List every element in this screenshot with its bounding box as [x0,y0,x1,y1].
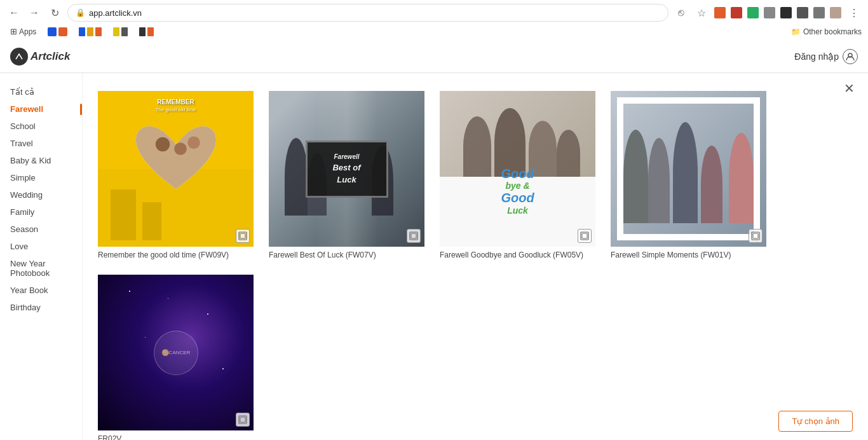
url-text: app.artclick.vn [89,8,142,18]
header-right: Đăng nhập [794,49,858,64]
gallery-item-info-fw07v: Farewell Best Of Luck (FW07V) [269,251,424,259]
sidebar-item-wedding[interactable]: Wedding [0,186,82,203]
other-bookmarks[interactable]: 📁 Other bookmarks [791,27,862,36]
tuchon-anh-button[interactable]: Tự chọn ảnh [778,411,853,432]
gallery-item-fw07v[interactable]: Farewell Best ofLuck Farewell Best Of Lu… [269,91,424,259]
bottom-bar: Tự chọn ảnh [778,411,853,432]
address-bar[interactable]: 🔒 app.artclick.vn [67,4,668,22]
gallery-item-name-fw07v: Farewell Best Of Luck (FW07V) [269,251,424,259]
sidebar-label-new-year: New Year Photobook [10,259,72,278]
gallery-grid: REMEMBERThe good old time Remember the g… [98,86,853,440]
sidebar-label-simple: Simple [10,173,36,182]
preview-icon-fw09v[interactable] [236,229,250,243]
bm-color-1b [58,27,67,36]
sidebar-label-season: Season [10,224,38,234]
sidebar-item-year-book[interactable]: Year Book [0,282,82,299]
gallery-img-wrap-fw01v [611,91,766,247]
bm-color-3b [121,27,128,36]
gallery-item-info-fw05v: Farewell Goodbye and Goodluck (FW05V) [440,251,595,259]
gallery-item-info-fw01v: Farewell Simple Moments (FW01V) [611,251,766,259]
svg-point-5 [187,136,200,149]
menu-button[interactable]: ⋮ [846,5,862,20]
gallery-img-wrap-fw05v: Good bye & Good Luck [440,91,595,247]
forward-button[interactable]: → [27,5,42,20]
sidebar-label-family: Family [10,207,34,217]
sidebar-item-new-year[interactable]: New Year Photobook [0,255,82,282]
gallery-item-name-fr02v: FR02V [98,434,254,440]
share-icon: ⎋ [678,7,684,18]
ext-icon-1[interactable] [714,7,726,18]
bookmarks-bar: ⊞ Apps 📁 Other bookmarks [0,25,868,40]
ext-icon-5[interactable] [780,7,792,18]
ext-icon-4[interactable] [764,7,775,18]
sidebar-label-birthday: Birthday [10,303,41,312]
svg-rect-11 [582,233,587,238]
share-button[interactable]: ⎋ [674,5,689,20]
sidebar-label-baby-kid: Baby & Kid [10,156,51,165]
ext-icon-2[interactable] [731,7,742,18]
reload-button[interactable]: ↻ [47,5,62,20]
browser-toolbar: ← → ↻ 🔒 app.artclick.vn ⎋ ☆ ⋮ [0,0,868,25]
sidebar-label-year-book: Year Book [10,285,48,295]
gallery-img-wrap-fw07v: Farewell Best ofLuck [269,91,424,247]
ext-icon-6[interactable] [797,7,808,18]
bookmark-3[interactable] [109,26,132,38]
gallery-img-wrap-fw09v: REMEMBERThe good old time [98,91,254,247]
sidebar-item-birthday[interactable]: Birthday [0,299,82,316]
gallery-item-fw05v[interactable]: Good bye & Good Luck Farewell Goodbye an… [440,91,595,259]
bm-color-2c [95,27,102,36]
bookmark-1[interactable] [44,26,71,38]
preview-icon-fw07v[interactable] [407,229,421,243]
gallery-item-info-fr02v: FR02V Friend, Cancer Horos [98,434,254,440]
preview-icon-fw05v[interactable] [578,229,592,243]
sidebar-item-family[interactable]: Family [0,203,82,221]
bm-color-1a [48,27,57,36]
svg-rect-9 [411,233,416,238]
gallery-item-fw01v[interactable]: Farewell Simple Moments (FW01V) [611,91,766,259]
gallery-area: ✕ [83,73,868,440]
bookmark-4[interactable] [135,26,158,38]
back-button[interactable]: ← [6,5,22,20]
sidebar-item-school[interactable]: School [0,118,82,135]
ext-icon-8[interactable] [830,7,841,18]
logo[interactable]: Artclick [10,48,70,65]
main-content: Tất cả Farewell School Travel Baby & Kid… [0,73,868,440]
menu-icon: ⋮ [849,7,859,19]
bookmark-2[interactable] [75,26,105,38]
bm-color-2b [87,27,93,36]
sidebar-item-tatca[interactable]: Tất cả [0,83,82,100]
svg-rect-15 [240,417,245,422]
gallery-item-name-fw05v: Farewell Goodbye and Goodluck (FW05V) [440,251,595,259]
user-avatar-icon [843,49,858,64]
sidebar-item-love[interactable]: Love [0,238,82,255]
bookmark-button[interactable]: ☆ [694,5,709,20]
bm-color-3a [113,27,119,36]
apps-icon: ⊞ [10,27,17,36]
back-icon: ← [9,7,19,18]
sidebar-item-travel[interactable]: Travel [0,135,82,152]
svg-point-4 [174,142,187,155]
svg-point-0 [13,51,25,62]
lock-icon: 🔒 [76,8,85,17]
star-icon: ☆ [697,7,706,19]
gallery-item-fw09v[interactable]: REMEMBERThe good old time Remember the g… [98,91,254,259]
close-button[interactable]: ✕ [840,79,858,97]
folder-icon: 📁 [791,27,801,36]
sidebar-label-travel: Travel [10,139,33,148]
ext-icon-7[interactable] [813,7,825,18]
sidebar-item-simple[interactable]: Simple [0,169,82,186]
gallery-item-fr02v[interactable]: ♋CANCER FR02V Friend, Cancer Horos [98,275,254,440]
preview-icon-fr02v[interactable] [236,413,250,427]
gallery-item-name-fw09v: Remember the good old time (FW09V) [98,251,254,259]
preview-icon-fw01v[interactable] [749,229,763,243]
bm-color-2a [79,27,85,36]
bookmark-apps[interactable]: ⊞ Apps [6,25,40,38]
sidebar-item-season[interactable]: Season [0,221,82,238]
sidebar-item-farewell[interactable]: Farewell [0,100,82,118]
browser-chrome: ← → ↻ 🔒 app.artclick.vn ⎋ ☆ ⋮ [0,0,868,40]
ext-icon-3[interactable] [747,7,759,18]
sidebar-item-baby-kid[interactable]: Baby & Kid [0,152,82,169]
app-header: Artclick Đăng nhập [0,40,868,73]
bm-color-4b [147,27,154,36]
login-button[interactable]: Đăng nhập [794,49,858,64]
